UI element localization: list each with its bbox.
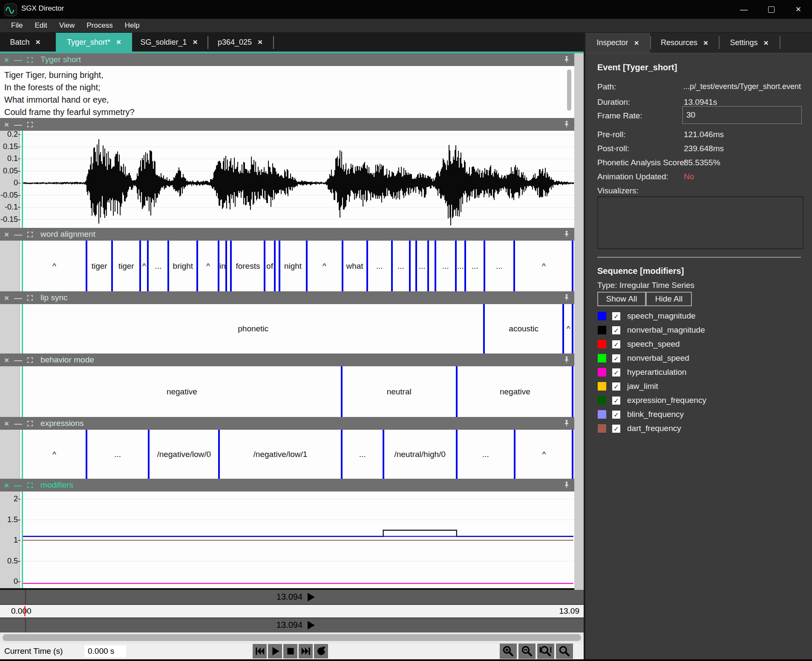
segment-boundary[interactable] [562, 304, 564, 353]
series-checkbox[interactable]: ✓ [612, 382, 620, 391]
segment-boundary[interactable] [427, 241, 429, 291]
loop-button[interactable] [314, 644, 328, 658]
segment-boundary[interactable] [167, 241, 169, 291]
segment-boundary[interactable] [218, 241, 219, 291]
series-checkbox[interactable]: ✓ [612, 368, 620, 376]
segment-boundary[interactable] [572, 304, 573, 353]
segment-boundary[interactable] [274, 241, 276, 291]
segment-boundary[interactable] [455, 241, 457, 291]
panel-close-icon[interactable]: × [4, 356, 9, 364]
visualizers-list-box[interactable] [597, 196, 803, 249]
segment-boundary[interactable] [456, 366, 458, 417]
segment-boundary[interactable] [483, 304, 485, 353]
segment-boundary[interactable] [484, 241, 485, 291]
panel-expand-icon[interactable] [26, 121, 34, 128]
pin-icon[interactable] [562, 293, 571, 302]
pin-icon[interactable] [562, 419, 571, 428]
current-time-field[interactable]: 0.000 s [84, 645, 126, 657]
stop-button[interactable] [283, 644, 297, 658]
series-checkbox[interactable]: ✓ [612, 326, 620, 334]
panel-expand-icon[interactable] [26, 420, 34, 427]
segment-boundary[interactable] [147, 241, 149, 291]
segment-boundary[interactable] [514, 430, 515, 479]
waveform-plot[interactable]: 0.20.150.10.050-0.05-0.1-0.15 [0, 131, 574, 228]
sidebar-tab-inspector[interactable]: Inspector× [585, 33, 650, 53]
segment-boundary[interactable] [513, 241, 515, 291]
series-color-swatch[interactable] [598, 396, 606, 405]
segment-boundary[interactable] [391, 241, 393, 291]
skip-to-start-button[interactable] [253, 644, 267, 658]
segment-boundary[interactable] [342, 241, 343, 291]
series-checkbox[interactable]: ✓ [612, 312, 620, 320]
playhead[interactable] [22, 430, 23, 479]
segment-boundary[interactable] [464, 241, 466, 291]
series-checkbox[interactable]: ✓ [612, 425, 620, 433]
frame-rate-input[interactable] [682, 106, 802, 124]
transcript-scrollbar[interactable] [567, 69, 571, 111]
segment-boundary[interactable] [111, 241, 113, 291]
close-button[interactable]: × [785, 0, 812, 19]
play-button[interactable] [268, 644, 282, 658]
panel-expand-icon[interactable] [26, 294, 34, 302]
playhead[interactable] [22, 491, 23, 588]
series-color-swatch[interactable] [598, 312, 606, 320]
timeline-scrub-bar-bottom[interactable]: 13.094 [0, 618, 584, 632]
playhead[interactable] [22, 304, 23, 353]
zoom-fit-button[interactable] [537, 644, 554, 659]
behavior-mode-track[interactable]: negativeneutralnegative [0, 366, 574, 417]
segment-boundary[interactable] [230, 241, 232, 291]
playhead[interactable] [22, 131, 23, 228]
timeline-hscroll-track[interactable] [0, 632, 584, 644]
hide-all-button[interactable]: Hide All [646, 292, 692, 306]
panel-minimize-icon[interactable]: — [14, 121, 21, 129]
pin-icon[interactable] [562, 55, 571, 64]
segment-boundary[interactable] [409, 241, 411, 291]
series-checkbox[interactable]: ✓ [612, 397, 620, 405]
panel-expand-icon[interactable] [26, 56, 34, 63]
zoom-select-button[interactable] [556, 644, 573, 659]
playhead[interactable] [22, 241, 23, 291]
segment-boundary[interactable] [196, 241, 198, 291]
panel-close-icon[interactable]: × [4, 230, 9, 239]
modifiers-plot[interactable]: 21.510.50 [0, 491, 574, 588]
segment-boundary[interactable] [148, 430, 150, 479]
segment-boundary[interactable] [218, 430, 220, 479]
panel-expand-icon[interactable] [26, 356, 34, 364]
panel-expand-icon[interactable] [26, 231, 34, 238]
segment-boundary[interactable] [225, 241, 227, 291]
timeline-hscroll-thumb[interactable] [3, 634, 581, 641]
segment-boundary[interactable] [572, 366, 573, 417]
panel-scrollbar-track[interactable] [574, 53, 584, 590]
series-color-swatch[interactable] [598, 382, 606, 391]
lip-sync-track[interactable]: phoneticacoustic^ [0, 304, 574, 353]
timeline-ruler[interactable]: 0.000 13.09 [0, 604, 584, 618]
word-alignment-track[interactable]: ^tigertiger^...bright^inforestsofnight^w… [0, 241, 574, 291]
pin-icon[interactable] [562, 356, 571, 364]
segment-boundary[interactable] [264, 241, 265, 291]
segment-boundary[interactable] [572, 241, 573, 291]
series-checkbox[interactable]: ✓ [612, 354, 620, 362]
series-color-swatch[interactable] [598, 424, 606, 433]
zoom-in-button[interactable] [500, 644, 517, 659]
segment-boundary[interactable] [572, 430, 573, 479]
segment-boundary[interactable] [456, 430, 458, 479]
pin-icon[interactable] [562, 120, 571, 129]
tab-close-icon[interactable]: × [703, 38, 708, 48]
sidebar-tab-resources[interactable]: Resources× [650, 33, 719, 53]
tab-close-icon[interactable]: × [634, 38, 639, 48]
playhead[interactable] [22, 366, 23, 417]
sidebar-tab-settings[interactable]: Settings× [719, 33, 780, 53]
series-color-swatch[interactable] [598, 354, 606, 362]
series-color-swatch[interactable] [598, 340, 606, 348]
panel-minimize-icon[interactable]: — [14, 294, 21, 302]
series-color-swatch[interactable] [598, 368, 606, 376]
panel-close-icon[interactable]: × [4, 121, 9, 129]
panel-minimize-icon[interactable]: — [14, 481, 21, 489]
maximize-button[interactable] [757, 0, 785, 19]
tab-close-icon[interactable]: × [763, 38, 768, 48]
panel-minimize-icon[interactable]: — [14, 230, 21, 239]
segment-boundary[interactable] [415, 241, 417, 291]
segment-boundary[interactable] [383, 430, 384, 479]
expressions-track[interactable]: ^.../negative/low/0/negative/low/1.../ne… [0, 430, 574, 479]
segment-boundary[interactable] [366, 241, 368, 291]
